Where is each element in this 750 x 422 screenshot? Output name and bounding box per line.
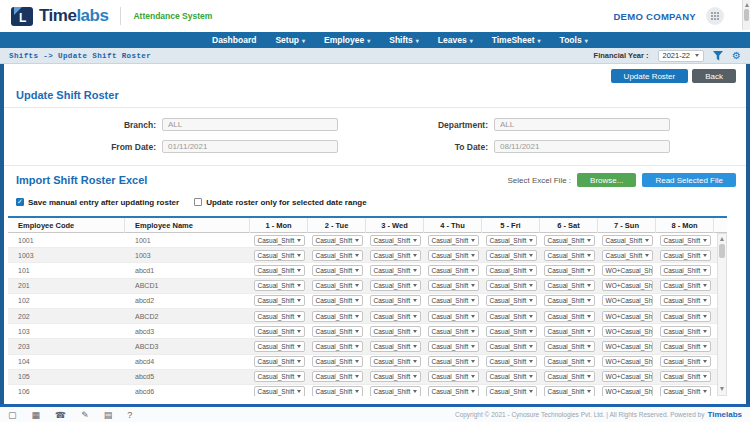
page-scrollbar[interactable]	[742, 0, 750, 30]
shift-select-r3-d8[interactable]: Casual_Shift	[660, 280, 711, 291]
shift-select-r4-d2[interactable]: Casual_Shift	[312, 295, 363, 306]
checkbox-0[interactable]: ✓	[16, 198, 24, 206]
filter-icon[interactable]	[713, 51, 723, 61]
shift-select-r7-d4[interactable]: Casual_Shift	[428, 341, 479, 352]
shift-select-r3-d6[interactable]: Casual_Shift	[544, 280, 595, 291]
department-field[interactable]	[494, 118, 670, 131]
shift-select-r5-d6[interactable]: Casual_Shift	[544, 311, 595, 322]
from-date-field[interactable]	[162, 140, 338, 153]
shift-select-r2-d7[interactable]: WO+Casual_Sh	[602, 265, 653, 276]
shift-select-r6-d7[interactable]: WO+Casual_Sh	[602, 326, 653, 337]
shift-select-r2-d6[interactable]: Casual_Shift	[544, 265, 595, 276]
shift-select-r2-d2[interactable]: Casual_Shift	[312, 265, 363, 276]
shift-select-r3-d1[interactable]: Casual_Shift	[254, 280, 305, 291]
shift-select-r4-d7[interactable]: WO+Casual_Sh	[602, 295, 653, 306]
shift-select-r8-d5[interactable]: Casual_Shift	[486, 356, 537, 367]
shift-select-r6-d8[interactable]: Casual_Shift	[660, 326, 711, 337]
shift-select-r3-d2[interactable]: Casual_Shift	[312, 280, 363, 291]
checkbox-1[interactable]	[194, 198, 202, 206]
branch-field[interactable]	[162, 118, 338, 131]
shift-select-r10-d5[interactable]: Casual_Shift	[486, 386, 537, 396]
nav-item-leaves[interactable]: Leaves▾	[438, 35, 473, 45]
shift-select-r4-d3[interactable]: Casual_Shift	[370, 295, 421, 306]
shift-select-r2-d1[interactable]: Casual_Shift	[254, 265, 305, 276]
shift-select-r6-d1[interactable]: Casual_Shift	[254, 326, 305, 337]
shift-select-r8-d8[interactable]: Casual_Shift	[660, 356, 711, 367]
shift-select-r9-d3[interactable]: Casual_Shift	[370, 371, 421, 382]
shift-select-r4-d4[interactable]: Casual_Shift	[428, 295, 479, 306]
nav-item-tools[interactable]: Tools▾	[560, 35, 588, 45]
shift-select-r1-d8[interactable]: Casual_Shift	[660, 250, 711, 261]
shift-select-r7-d2[interactable]: Casual_Shift	[312, 341, 363, 352]
shift-select-r10-d7[interactable]: WO+Casual_Sh	[602, 386, 653, 396]
shift-select-r7-d3[interactable]: Casual_Shift	[370, 341, 421, 352]
shift-select-r6-d3[interactable]: Casual_Shift	[370, 326, 421, 337]
shift-select-r7-d7[interactable]: WO+Casual_Sh	[602, 341, 653, 352]
nav-item-timesheet[interactable]: TimeSheet▾	[492, 35, 541, 45]
shift-select-r9-d6[interactable]: Casual_Shift	[544, 371, 595, 382]
shift-select-r1-d6[interactable]: Casual_Shift	[544, 250, 595, 261]
shift-select-r6-d2[interactable]: Casual_Shift	[312, 326, 363, 337]
monitor-icon[interactable]: ▢	[8, 409, 17, 421]
shift-select-r1-d1[interactable]: Casual_Shift	[254, 250, 305, 261]
shift-select-r3-d7[interactable]: WO+Casual_Sh	[602, 280, 653, 291]
shift-select-r10-d2[interactable]: Casual_Shift	[312, 386, 363, 396]
nav-item-setup[interactable]: Setup▾	[275, 35, 305, 45]
shift-select-r0-d4[interactable]: Casual_Shift	[428, 235, 479, 246]
shift-select-r3-d4[interactable]: Casual_Shift	[428, 280, 479, 291]
shift-select-r1-d4[interactable]: Casual_Shift	[428, 250, 479, 261]
shift-select-r7-d8[interactable]: Casual_Shift	[660, 341, 711, 352]
nav-item-employee[interactable]: Employee▾	[324, 35, 370, 45]
shift-select-r1-d7[interactable]: Casual_Shift	[602, 250, 653, 261]
financial-year-select[interactable]: 2021-22	[658, 50, 705, 62]
phone-icon[interactable]: ☎	[55, 409, 66, 421]
shift-select-r8-d3[interactable]: Casual_Shift	[370, 356, 421, 367]
shift-select-r2-d5[interactable]: Casual_Shift	[486, 265, 537, 276]
shift-select-r0-d3[interactable]: Casual_Shift	[370, 235, 421, 246]
shift-select-r9-d4[interactable]: Casual_Shift	[428, 371, 479, 382]
shift-select-r8-d6[interactable]: Casual_Shift	[544, 356, 595, 367]
shift-select-r8-d2[interactable]: Casual_Shift	[312, 356, 363, 367]
shift-select-r0-d6[interactable]: Casual_Shift	[544, 235, 595, 246]
shift-select-r3-d3[interactable]: Casual_Shift	[370, 280, 421, 291]
nav-item-shifts[interactable]: Shifts▾	[389, 35, 419, 45]
printer-icon[interactable]: ▤	[104, 409, 113, 421]
table-scrollbar[interactable]	[717, 233, 727, 396]
shift-select-r10-d8[interactable]: Casual_Shift	[660, 386, 711, 396]
shift-select-r4-d6[interactable]: Casual_Shift	[544, 295, 595, 306]
to-date-field[interactable]	[494, 140, 670, 153]
nav-item-dashboard[interactable]: Dashboard	[212, 35, 256, 45]
shift-select-r0-d7[interactable]: Casual_Shift	[602, 235, 653, 246]
shift-select-r0-d5[interactable]: Casual_Shift	[486, 235, 537, 246]
shift-select-r9-d2[interactable]: Casual_Shift	[312, 371, 363, 382]
shift-select-r9-d8[interactable]: Casual_Shift	[660, 371, 711, 382]
timelabs-logo[interactable]: L Timelabs	[10, 6, 108, 27]
browse-button[interactable]: Browse...	[577, 173, 636, 187]
shift-select-r0-d2[interactable]: Casual_Shift	[312, 235, 363, 246]
shift-select-r9-d7[interactable]: WO+Casual_Sh	[602, 371, 653, 382]
shift-select-r2-d8[interactable]: Casual_Shift	[660, 265, 711, 276]
shift-select-r10-d4[interactable]: Casual_Shift	[428, 386, 479, 396]
shift-select-r5-d8[interactable]: Casual_Shift	[660, 311, 711, 322]
shift-select-r10-d3[interactable]: Casual_Shift	[370, 386, 421, 396]
shift-select-r1-d5[interactable]: Casual_Shift	[486, 250, 537, 261]
company-name[interactable]: DEMO COMPANY	[613, 11, 696, 22]
shift-select-r5-d2[interactable]: Casual_Shift	[312, 311, 363, 322]
edit-icon[interactable]: ✎	[81, 409, 89, 421]
shift-select-r9-d1[interactable]: Casual_Shift	[254, 371, 305, 382]
update-roster-button[interactable]: Update Roster	[611, 69, 689, 83]
read-selected-file-button[interactable]: Read Selected File	[642, 173, 736, 187]
shift-select-r10-d1[interactable]: Casual_Shift	[254, 386, 305, 396]
shift-select-r2-d4[interactable]: Casual_Shift	[428, 265, 479, 276]
shift-select-r4-d5[interactable]: Casual_Shift	[486, 295, 537, 306]
shift-select-r9-d5[interactable]: Casual_Shift	[486, 371, 537, 382]
shift-select-r5-d4[interactable]: Casual_Shift	[428, 311, 479, 322]
shift-select-r8-d4[interactable]: Casual_Shift	[428, 356, 479, 367]
shift-select-r0-d8[interactable]: Casual_Shift	[660, 235, 711, 246]
shift-select-r6-d4[interactable]: Casual_Shift	[428, 326, 479, 337]
help-icon[interactable]: ?	[127, 409, 132, 421]
shift-select-r4-d1[interactable]: Casual_Shift	[254, 295, 305, 306]
apps-grid-icon[interactable]	[706, 7, 724, 25]
shift-select-r8-d1[interactable]: Casual_Shift	[254, 356, 305, 367]
shift-select-r7-d1[interactable]: Casual_Shift	[254, 341, 305, 352]
